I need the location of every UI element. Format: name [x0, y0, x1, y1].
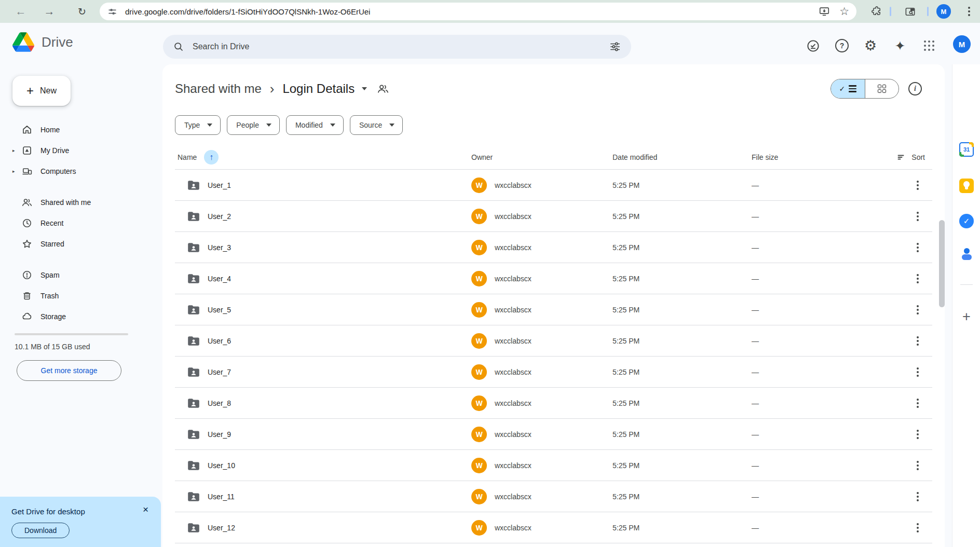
file-name[interactable]: User_12 — [208, 524, 235, 532]
search-input[interactable]: Search in Drive — [163, 35, 631, 59]
site-info-icon[interactable] — [108, 7, 117, 16]
file-row[interactable]: User_12 W wxcclabscx 5:25 PM — — [175, 512, 932, 543]
address-bar[interactable]: drive.google.com/drive/folders/1-fSiOtHi… — [100, 3, 856, 20]
file-name[interactable]: User_6 — [208, 337, 231, 345]
download-button[interactable]: Download — [11, 523, 70, 538]
row-more-options-icon[interactable] — [913, 457, 923, 474]
settings-gear-icon[interactable]: ⚙ — [862, 37, 879, 54]
file-row[interactable]: User_6 W wxcclabscx 5:25 PM — — [175, 325, 932, 357]
breadcrumb-parent[interactable]: Shared with me — [175, 81, 262, 96]
reload-icon[interactable]: ↻ — [73, 0, 91, 23]
sidebar: + New Home ▸ My Drive ▸ Computers Shared… — [0, 64, 162, 547]
close-icon[interactable]: × — [143, 504, 148, 515]
get-addons-plus-icon[interactable]: + — [959, 308, 974, 325]
file-name[interactable]: User_10 — [208, 461, 235, 470]
bookmark-star-icon[interactable]: ☆ — [839, 5, 849, 18]
row-more-options-icon[interactable] — [913, 239, 923, 256]
scrollbar-thumb[interactable] — [939, 220, 945, 307]
back-arrow-icon[interactable]: ← — [11, 0, 30, 23]
file-row[interactable]: User_1 W wxcclabscx 5:25 PM — — [175, 170, 932, 201]
sidebar-item-computers[interactable]: ▸ Computers — [6, 161, 156, 182]
file-row[interactable]: User_7 W wxcclabscx 5:25 PM — — [175, 357, 932, 388]
sort-ascending-arrow-icon[interactable]: ↑ — [204, 150, 219, 165]
sidebar-item-my-drive[interactable]: ▸ My Drive — [6, 140, 156, 161]
filter-chip-source[interactable]: Source — [350, 115, 403, 135]
filter-chip-people[interactable]: People — [227, 115, 280, 135]
column-header-date-modified[interactable]: Date modified — [612, 153, 657, 161]
file-row[interactable]: User_5 W wxcclabscx 5:25 PM — — [175, 294, 932, 325]
get-more-storage-button[interactable]: Get more storage — [17, 360, 121, 381]
help-icon[interactable]: ? — [833, 37, 851, 54]
folder-dropdown-caret-icon[interactable] — [362, 87, 367, 90]
sidebar-item-trash[interactable]: Trash — [6, 285, 156, 306]
file-row[interactable]: User_3 W wxcclabscx 5:25 PM — — [175, 232, 932, 263]
sidebar-item-storage[interactable]: Storage — [6, 306, 156, 327]
advanced-search-tune-icon[interactable] — [609, 41, 621, 52]
install-app-icon[interactable] — [819, 6, 830, 17]
tab-search-icon[interactable] — [901, 0, 919, 23]
file-name[interactable]: User_1 — [208, 181, 231, 189]
owner-name: wxcclabscx — [495, 181, 532, 189]
sidebar-item-starred[interactable]: Starred — [6, 234, 156, 254]
expand-arrow-icon[interactable]: ▸ — [12, 169, 22, 174]
drive-header: Drive Search in Drive ? ⚙ ✦ M — [0, 23, 980, 64]
grid-view-button[interactable] — [865, 79, 899, 98]
row-more-options-icon[interactable] — [913, 426, 923, 443]
row-more-options-icon[interactable] — [913, 519, 923, 537]
row-more-options-icon[interactable] — [913, 208, 923, 225]
chip-label: People — [236, 121, 259, 129]
extensions-puzzle-icon[interactable] — [869, 0, 884, 23]
details-info-icon[interactable]: i — [908, 82, 922, 95]
url-text[interactable]: drive.google.com/drive/folders/1-fSiOtHi… — [125, 7, 819, 16]
filter-chip-type[interactable]: Type — [175, 115, 221, 135]
breadcrumb-current-folder[interactable]: Login Details — [282, 81, 355, 96]
file-row[interactable]: User_9 W wxcclabscx 5:25 PM — — [175, 419, 932, 450]
file-name[interactable]: User_11 — [208, 493, 235, 501]
expand-arrow-icon[interactable]: ▸ — [12, 148, 22, 153]
row-more-options-icon[interactable] — [913, 363, 923, 381]
offline-status-icon[interactable] — [804, 37, 822, 54]
forward-arrow-icon[interactable]: → — [40, 0, 59, 23]
file-name[interactable]: User_2 — [208, 212, 231, 221]
file-row[interactable]: User_10 W wxcclabscx 5:25 PM — — [175, 450, 932, 481]
account-avatar[interactable]: M — [953, 35, 971, 53]
sidebar-item-recent[interactable]: Recent — [6, 213, 156, 234]
row-more-options-icon[interactable] — [913, 394, 923, 412]
list-view-button[interactable]: ✓ — [831, 79, 865, 98]
gemini-sparkle-icon[interactable]: ✦ — [891, 37, 909, 54]
file-name[interactable]: User_5 — [208, 306, 231, 314]
row-more-options-icon[interactable] — [913, 176, 923, 194]
drive-logo[interactable]: Drive — [12, 32, 73, 52]
row-more-options-icon[interactable] — [913, 270, 923, 288]
tasks-icon[interactable]: ✓ — [959, 214, 974, 228]
file-row[interactable]: User_8 W wxcclabscx 5:25 PM — — [175, 388, 932, 419]
file-name[interactable]: User_8 — [208, 399, 231, 407]
row-more-options-icon[interactable] — [913, 488, 923, 505]
search-icon[interactable] — [173, 42, 184, 52]
file-name[interactable]: User_9 — [208, 430, 231, 439]
google-apps-grid-icon[interactable] — [920, 37, 938, 54]
sidebar-item-label: Computers — [40, 167, 76, 175]
file-name[interactable]: User_4 — [208, 275, 231, 283]
contacts-icon[interactable] — [959, 247, 974, 262]
filter-chip-modified[interactable]: Modified — [286, 115, 344, 135]
browser-profile-avatar[interactable]: M — [936, 4, 951, 19]
row-more-options-icon[interactable] — [913, 301, 923, 319]
sidebar-item-home[interactable]: Home — [6, 119, 156, 140]
column-header-name[interactable]: Name — [178, 153, 197, 161]
sidebar-item-spam[interactable]: Spam — [6, 265, 156, 285]
calendar-icon[interactable]: 31 — [959, 142, 974, 157]
row-more-options-icon[interactable] — [913, 332, 923, 350]
sort-button[interactable]: Sort — [897, 153, 925, 162]
sidebar-item-shared-with-me[interactable]: Shared with me — [6, 192, 156, 213]
column-header-file-size[interactable]: File size — [752, 153, 778, 161]
column-header-owner[interactable]: Owner — [471, 153, 493, 161]
file-row[interactable]: User_4 W wxcclabscx 5:25 PM — — [175, 263, 932, 294]
file-name[interactable]: User_3 — [208, 243, 231, 252]
browser-menu-icon[interactable] — [961, 0, 977, 23]
keep-icon[interactable] — [959, 179, 974, 193]
new-button[interactable]: + New — [12, 76, 71, 106]
file-row[interactable]: User_11 W wxcclabscx 5:25 PM — — [175, 481, 932, 512]
file-name[interactable]: User_7 — [208, 368, 231, 376]
file-row[interactable]: User_2 W wxcclabscx 5:25 PM — — [175, 201, 932, 232]
